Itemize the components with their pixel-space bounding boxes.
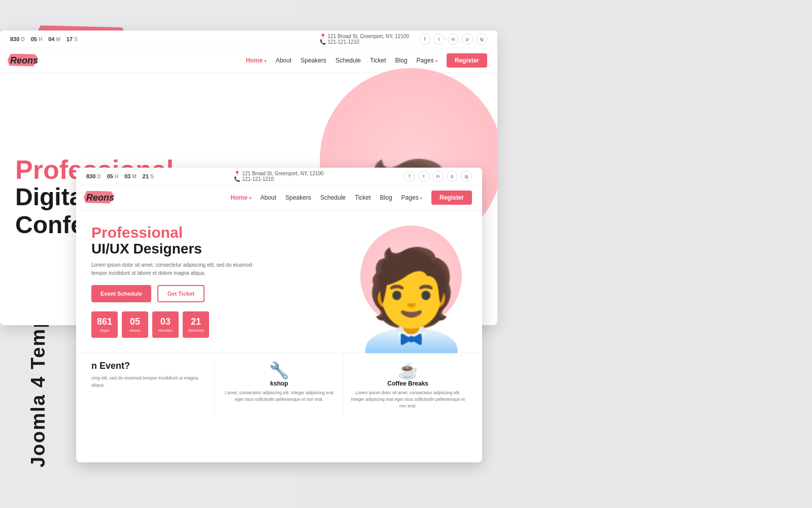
workshop-title: kshop [220, 380, 339, 387]
workshop-text: t amet, consectetur adipiscing elit. Int… [220, 390, 339, 403]
back-mins-num: 04 [48, 36, 54, 42]
back-social-icons: f t in p ig [419, 34, 487, 45]
front-bottom-section: n Event? cing elit, sed do eiusmod tempo… [76, 353, 482, 417]
front-hero-desc: Lorem ipsum dolor sit amet, consectetur … [91, 261, 264, 277]
back-hours-label: H [39, 37, 42, 42]
back-days-label: D [21, 37, 24, 42]
minutes-box: 03 Minutes [152, 311, 179, 338]
workshop-icon: 🔧 [220, 361, 339, 380]
front-hero-content: Professional UI/UX Designers Lorem ipsum… [91, 225, 264, 338]
back-top-bar: 830 D 05 H 04 M 17 S 📍 121 Broad St, Gre… [0, 30, 497, 48]
minutes-label: Minutes [158, 328, 173, 333]
back-linkedin-icon[interactable]: in [448, 34, 459, 45]
event-schedule-button[interactable]: Event Schedule [91, 285, 151, 302]
front-address: 121 Broad St, Greenport, NY, 12100 [242, 171, 323, 176]
coffee-col: ☕ Coffee Breaks Lorem ipsum dolor sit am… [344, 353, 472, 417]
front-secs: 21 S [143, 173, 154, 179]
front-hero-professional: Professional [91, 225, 264, 240]
event-question-col: n Event? cing elit, sed do eiusmod tempo… [86, 353, 215, 417]
browser-front: 830 D 05 H 03 M 21 S 📍 121 Broad St, Gre… [76, 168, 482, 462]
days-label: Days [100, 328, 109, 333]
back-nav-logo: Reons [10, 55, 38, 66]
front-pin-icon: 📍 [234, 171, 240, 176]
front-phone-icon: 📞 [234, 176, 240, 182]
back-top-right: 📍 121 Broad St, Greenport, NY, 12100 📞 1… [320, 34, 487, 45]
back-logo-text[interactable]: Reons [10, 55, 38, 66]
front-mins-label: M [132, 174, 137, 179]
front-days-label: D [97, 174, 100, 179]
front-nav-logo: Reons [86, 193, 114, 203]
back-days: 830 D [10, 36, 25, 42]
home-chevron: ▾ [264, 59, 266, 64]
back-countdown: 830 D 05 H 04 M 17 S [10, 36, 78, 42]
front-nav-home[interactable]: Home ▾ [230, 194, 251, 201]
front-person-area: 🧑‍💼 [345, 205, 477, 347]
front-countdown: 830 D 05 H 03 M 21 S [86, 173, 154, 179]
front-days-num: 830 [86, 173, 95, 179]
days-box: 861 Days [91, 311, 118, 338]
front-nav-about[interactable]: About [260, 194, 276, 201]
back-nav-home[interactable]: Home ▾ [246, 57, 266, 64]
front-hours-label: H [115, 174, 118, 179]
front-hours: 05 H [107, 173, 119, 179]
back-mins-label: M [56, 37, 60, 42]
front-mins: 03 M [124, 173, 137, 179]
front-hero-title: UI/UX Designers [91, 240, 264, 258]
front-countdown-boxes: 861 Days 05 Hours 03 Minutes 21 Seconds [91, 311, 264, 338]
front-twitter-icon[interactable]: t [418, 171, 429, 182]
front-pages-chevron: ▾ [420, 196, 422, 201]
back-secs: 17 S [66, 36, 78, 42]
front-register-button[interactable]: Register [431, 190, 472, 205]
back-hours-num: 05 [31, 36, 37, 42]
front-hours-num: 05 [107, 173, 113, 179]
front-nav-speakers[interactable]: Speakers [285, 194, 311, 201]
front-instagram-icon[interactable]: ig [461, 171, 472, 182]
front-nav-schedule[interactable]: Schedule [320, 194, 346, 201]
hours-num: 05 [130, 316, 140, 327]
front-secs-num: 21 [143, 173, 149, 179]
back-address: 121 Broad St, Greenport, NY, 12100 [328, 34, 409, 39]
back-phone-icon: 📞 [320, 39, 326, 45]
seconds-num: 21 [191, 316, 201, 327]
coffee-icon: ☕ [349, 361, 467, 380]
front-nav-ticket[interactable]: Ticket [355, 194, 371, 201]
front-person-emoji: 🧑‍💼 [351, 251, 471, 347]
back-contact: 📍 121 Broad St, Greenport, NY, 12100 📞 1… [320, 34, 409, 45]
coffee-text: Lorem ipsum dolor sit amet, consectetur … [349, 390, 467, 409]
hours-label: Hours [129, 328, 140, 333]
front-hero-buttons: Event Schedule Get Ticket [91, 285, 264, 302]
front-pinterest-icon[interactable]: p [447, 171, 458, 182]
workshop-col: 🔧 kshop t amet, consectetur adipiscing e… [215, 353, 344, 417]
back-instagram-icon[interactable]: ig [476, 34, 487, 45]
front-social-icons: f t in p ig [404, 171, 472, 182]
front-top-bar: 830 D 05 H 03 M 21 S 📍 121 Broad St, Gre… [76, 168, 482, 185]
get-ticket-button[interactable]: Get Ticket [157, 285, 205, 302]
back-hours: 05 H [31, 36, 43, 42]
front-days: 830 D [86, 173, 101, 179]
back-twitter-icon[interactable]: t [433, 34, 445, 45]
front-hero-section: Professional UI/UX Designers Lorem ipsum… [76, 210, 482, 353]
front-facebook-icon[interactable]: f [404, 171, 415, 182]
front-nav-pages[interactable]: Pages ▾ [401, 194, 422, 201]
front-nav-blog[interactable]: Blog [380, 194, 392, 201]
front-mins-num: 03 [124, 173, 130, 179]
back-days-num: 830 [10, 36, 19, 42]
seconds-box: 21 Seconds [183, 311, 209, 338]
back-pinterest-icon[interactable]: p [462, 34, 473, 45]
back-nav-about[interactable]: About [276, 57, 291, 64]
back-facebook-icon[interactable]: f [419, 34, 430, 45]
back-mins: 04 M [48, 36, 60, 42]
event-question-desc: cing elit, sed do eiusmod tempor incidid… [91, 374, 210, 389]
front-contact: 📍 121 Broad St, Greenport, NY, 12100 📞 1… [234, 171, 323, 182]
front-nav-menu: Home ▾ About Speakers Schedule Ticket Bl… [230, 190, 472, 205]
seconds-label: Seconds [188, 328, 204, 333]
front-phone: 121-121-1210 [242, 176, 274, 182]
front-linkedin-icon[interactable]: in [432, 171, 444, 182]
coffee-title: Coffee Breaks [349, 380, 467, 387]
front-logo-text[interactable]: Reons [86, 193, 114, 203]
days-num: 861 [97, 316, 112, 327]
minutes-num: 03 [160, 316, 171, 327]
hours-box: 05 Hours [122, 311, 148, 338]
front-secs-label: S [150, 174, 154, 179]
back-phone: 121-121-1210 [328, 39, 359, 45]
